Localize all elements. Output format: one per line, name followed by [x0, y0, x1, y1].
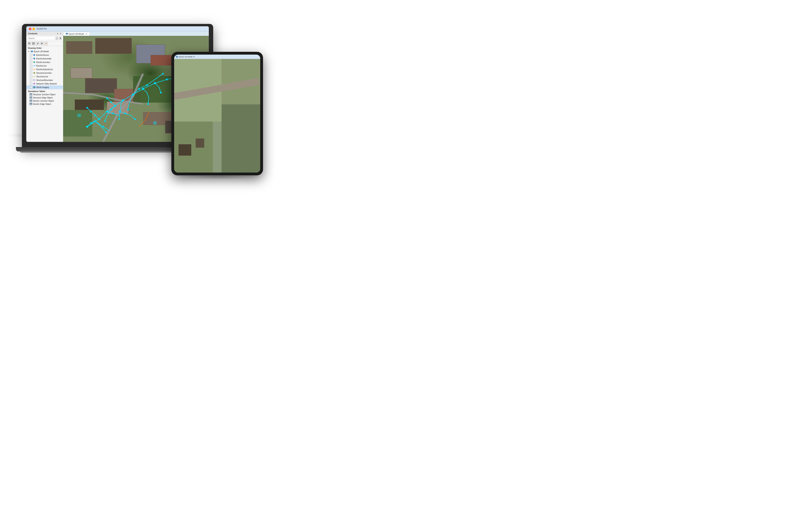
checkbox-structure-boundary[interactable]: ✓ [30, 79, 32, 81]
tree-item-electric-device[interactable]: ✓ ElectricDevice [26, 53, 63, 57]
tree-item-electric-assembly[interactable]: ✓ ElectricAssembly [26, 57, 63, 60]
tree-item-electric-line[interactable]: ✓ ElectricLine [26, 64, 63, 68]
electric-subnet-line-label: ElectricSubnetLine [36, 68, 53, 71]
svg-point-26 [166, 78, 168, 80]
svg-point-42 [102, 126, 104, 128]
pin-icon: ♦ [57, 33, 58, 35]
svg-point-23 [132, 94, 134, 96]
layer-icon-5 [33, 68, 36, 71]
checkbox-structure-junction[interactable]: ✓ [30, 72, 32, 74]
map-icon [31, 50, 33, 53]
table-icon-3 [30, 100, 32, 102]
structure-line-label: StructureLine [36, 76, 48, 78]
tablet-building-1 [178, 144, 191, 156]
window-title: ArcGIS Pro [37, 28, 47, 30]
standalone-item-electric-edge-obj[interactable]: Electric Edge Object [26, 102, 63, 106]
svg-point-24 [142, 88, 144, 90]
electric-assembly-label: ElectricAssembly [36, 58, 52, 60]
toolbar-edit-icon[interactable] [36, 42, 39, 45]
tree-item-network-utility-network[interactable]: ✓ Network Utility Network [26, 82, 63, 86]
search-input[interactable] [27, 37, 55, 40]
contents-panel: Contents ♦ ✕ [26, 32, 63, 142]
layer-icon-2 [33, 57, 36, 60]
layer-icon-3 [33, 61, 36, 63]
toolbar-add-icon[interactable] [40, 42, 44, 45]
svg-point-52 [78, 115, 80, 116]
tree-item-structure-junction[interactable]: ✓ StructureJunction [26, 71, 63, 75]
tablet-title-label: Epoch UN Model [179, 56, 192, 58]
svg-point-39 [162, 73, 164, 75]
svg-point-28 [90, 111, 92, 112]
search-button[interactable]: ⌕ [56, 36, 58, 40]
window-close-btn[interactable] [29, 27, 32, 30]
tree-item-epoch-un-model[interactable]: ▼ Epoch UN Model [26, 50, 63, 53]
map-tab-epoch-un-model[interactable]: Epoch UN Model ✕ [63, 32, 90, 36]
checkbox-electric-assembly[interactable]: ✓ [30, 57, 32, 60]
tablet-arcgis-window: Epoch UN Model ✕ [174, 55, 260, 173]
scene: ArcGIS Pro Contents ♦ [0, 0, 797, 532]
contents-tree: ▼ Epoch UN Model ✓ [26, 50, 63, 142]
svg-rect-4 [34, 42, 35, 43]
contents-pin-close[interactable]: ♦ ✕ [57, 33, 61, 35]
tree-item-electric-subnet-line[interactable]: ✓ ElectricSubnetLine [26, 68, 63, 71]
tablet-body: Epoch UN Model ✕ [171, 52, 263, 175]
svg-rect-5 [33, 44, 33, 44]
standalone-item-structure-junction-obj[interactable]: Structure Junction Object [26, 93, 63, 96]
tree-item-structure-boundary[interactable]: ✓ StructureBoundary [26, 78, 63, 82]
tablet-map-canvas[interactable] [174, 59, 260, 173]
checkbox-electric-line[interactable]: ✓ [30, 64, 32, 67]
search-dropdown-btn[interactable]: ▼ [59, 36, 62, 40]
tree-item-world-imagery[interactable]: ✓ World Imagery [26, 86, 63, 89]
electric-junction-obj-label: Electric Junction Object [33, 100, 54, 102]
map-tab-close-icon[interactable]: ✕ [86, 33, 87, 35]
svg-rect-3 [33, 42, 33, 43]
search-bar: ⌕ ▼ [26, 36, 63, 41]
structure-junction-label: StructureJunction [36, 72, 52, 74]
svg-rect-0 [28, 43, 30, 43]
svg-point-31 [104, 120, 106, 122]
svg-point-33 [118, 118, 120, 120]
tree-item-electric-junction[interactable]: ✓ ElectricJunction [26, 60, 63, 64]
tablet-map-icon [176, 56, 178, 58]
svg-point-11 [34, 58, 35, 59]
search-icon: ⌕ [56, 37, 57, 39]
window-minimize-btn[interactable] [32, 27, 35, 30]
checkbox-network-utility-network[interactable]: ✓ [30, 82, 32, 85]
chevron-down-icon: ▼ [60, 37, 61, 39]
svg-point-34 [127, 109, 129, 111]
svg-point-41 [94, 120, 96, 122]
tablet-close-icon[interactable]: ✕ [193, 56, 195, 58]
tree-item-structure-line[interactable]: ✓ StructureLine [26, 75, 63, 78]
table-icon-2 [30, 96, 32, 99]
tablet-building-2 [196, 138, 204, 148]
standalone-item-structure-edge-obj[interactable]: Structure Edge Object [26, 96, 63, 99]
tablet-screen-bezel: Epoch UN Model ✕ [174, 55, 260, 173]
standalone-item-electric-junction-obj[interactable]: Electric Junction Object [26, 99, 63, 102]
layer-icon-8 [33, 79, 36, 81]
tablet-device: Epoch UN Model ✕ [171, 52, 263, 175]
map-icon-small [66, 33, 68, 35]
toolbar-paint-icon[interactable] [44, 42, 48, 45]
svg-point-38 [146, 84, 148, 86]
close-icon[interactable]: ✕ [60, 33, 61, 35]
checkbox-world-imagery[interactable]: ✓ [30, 86, 32, 89]
window-title-bar: ArcGIS Pro [26, 26, 209, 32]
checkbox-electric-device[interactable]: ✓ [30, 54, 32, 56]
structure-junction-obj-label: Structure Junction Object [33, 93, 55, 96]
svg-point-18 [86, 126, 88, 128]
checkbox-electric-subnet-line[interactable]: ✓ [30, 68, 32, 71]
checkbox-structure-line[interactable]: ✓ [30, 75, 32, 78]
standalone-tables-label: Standalone Tables [26, 90, 63, 93]
svg-point-22 [122, 99, 124, 101]
drawing-order-label: Drawing Order [26, 46, 63, 50]
toolbar-list-icon[interactable] [27, 42, 31, 45]
svg-point-21 [114, 105, 116, 107]
table-icon-4 [30, 103, 32, 105]
checkbox-electric-junction[interactable]: ✓ [30, 61, 32, 63]
contents-toolbar [26, 41, 63, 46]
svg-point-12 [34, 61, 35, 63]
svg-point-46 [112, 113, 114, 114]
electric-junction-label: ElectricJunction [36, 61, 50, 63]
structure-edge-obj-label: Structure Edge Object [33, 97, 53, 99]
toolbar-grid-icon[interactable] [32, 42, 35, 45]
